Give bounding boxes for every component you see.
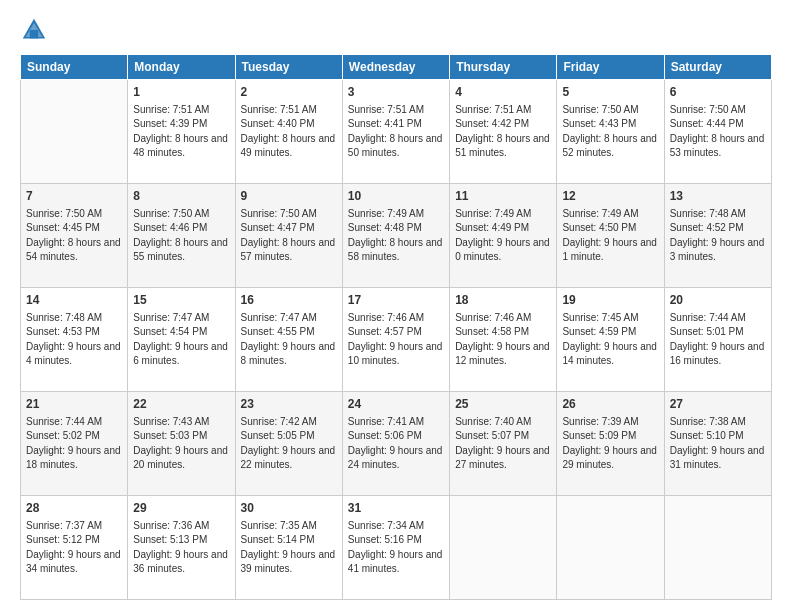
day-info: Sunrise: 7:46 AMSunset: 4:58 PMDaylight:… bbox=[455, 311, 551, 369]
calendar-cell: 7Sunrise: 7:50 AMSunset: 4:45 PMDaylight… bbox=[21, 184, 128, 288]
day-number: 17 bbox=[348, 292, 444, 309]
day-number: 29 bbox=[133, 500, 229, 517]
calendar-header-row: SundayMondayTuesdayWednesdayThursdayFrid… bbox=[21, 55, 772, 80]
day-info: Sunrise: 7:49 AMSunset: 4:48 PMDaylight:… bbox=[348, 207, 444, 265]
day-number: 19 bbox=[562, 292, 658, 309]
day-info: Sunrise: 7:49 AMSunset: 4:49 PMDaylight:… bbox=[455, 207, 551, 265]
day-info: Sunrise: 7:48 AMSunset: 4:53 PMDaylight:… bbox=[26, 311, 122, 369]
day-header-friday: Friday bbox=[557, 55, 664, 80]
calendar-cell: 18Sunrise: 7:46 AMSunset: 4:58 PMDayligh… bbox=[450, 288, 557, 392]
calendar-week-4: 21Sunrise: 7:44 AMSunset: 5:02 PMDayligh… bbox=[21, 392, 772, 496]
calendar-cell: 23Sunrise: 7:42 AMSunset: 5:05 PMDayligh… bbox=[235, 392, 342, 496]
day-number: 18 bbox=[455, 292, 551, 309]
day-info: Sunrise: 7:50 AMSunset: 4:44 PMDaylight:… bbox=[670, 103, 766, 161]
day-info: Sunrise: 7:50 AMSunset: 4:45 PMDaylight:… bbox=[26, 207, 122, 265]
day-number: 5 bbox=[562, 84, 658, 101]
day-number: 27 bbox=[670, 396, 766, 413]
day-info: Sunrise: 7:41 AMSunset: 5:06 PMDaylight:… bbox=[348, 415, 444, 473]
calendar-cell bbox=[21, 80, 128, 184]
calendar-cell: 19Sunrise: 7:45 AMSunset: 4:59 PMDayligh… bbox=[557, 288, 664, 392]
calendar-cell: 31Sunrise: 7:34 AMSunset: 5:16 PMDayligh… bbox=[342, 496, 449, 600]
calendar-cell: 2Sunrise: 7:51 AMSunset: 4:40 PMDaylight… bbox=[235, 80, 342, 184]
day-number: 10 bbox=[348, 188, 444, 205]
calendar-week-5: 28Sunrise: 7:37 AMSunset: 5:12 PMDayligh… bbox=[21, 496, 772, 600]
day-info: Sunrise: 7:35 AMSunset: 5:14 PMDaylight:… bbox=[241, 519, 337, 577]
day-info: Sunrise: 7:47 AMSunset: 4:54 PMDaylight:… bbox=[133, 311, 229, 369]
calendar-cell: 24Sunrise: 7:41 AMSunset: 5:06 PMDayligh… bbox=[342, 392, 449, 496]
calendar-week-3: 14Sunrise: 7:48 AMSunset: 4:53 PMDayligh… bbox=[21, 288, 772, 392]
calendar-cell: 5Sunrise: 7:50 AMSunset: 4:43 PMDaylight… bbox=[557, 80, 664, 184]
day-info: Sunrise: 7:51 AMSunset: 4:41 PMDaylight:… bbox=[348, 103, 444, 161]
calendar-cell: 1Sunrise: 7:51 AMSunset: 4:39 PMDaylight… bbox=[128, 80, 235, 184]
calendar-table: SundayMondayTuesdayWednesdayThursdayFrid… bbox=[20, 54, 772, 600]
day-info: Sunrise: 7:50 AMSunset: 4:46 PMDaylight:… bbox=[133, 207, 229, 265]
calendar-cell: 28Sunrise: 7:37 AMSunset: 5:12 PMDayligh… bbox=[21, 496, 128, 600]
header bbox=[20, 16, 772, 44]
logo-icon bbox=[20, 16, 48, 44]
day-number: 31 bbox=[348, 500, 444, 517]
day-number: 1 bbox=[133, 84, 229, 101]
day-info: Sunrise: 7:44 AMSunset: 5:01 PMDaylight:… bbox=[670, 311, 766, 369]
day-number: 21 bbox=[26, 396, 122, 413]
day-header-thursday: Thursday bbox=[450, 55, 557, 80]
day-info: Sunrise: 7:50 AMSunset: 4:47 PMDaylight:… bbox=[241, 207, 337, 265]
calendar-cell: 21Sunrise: 7:44 AMSunset: 5:02 PMDayligh… bbox=[21, 392, 128, 496]
day-info: Sunrise: 7:45 AMSunset: 4:59 PMDaylight:… bbox=[562, 311, 658, 369]
day-info: Sunrise: 7:44 AMSunset: 5:02 PMDaylight:… bbox=[26, 415, 122, 473]
logo bbox=[20, 16, 54, 44]
calendar-cell: 10Sunrise: 7:49 AMSunset: 4:48 PMDayligh… bbox=[342, 184, 449, 288]
calendar-cell: 13Sunrise: 7:48 AMSunset: 4:52 PMDayligh… bbox=[664, 184, 771, 288]
day-info: Sunrise: 7:42 AMSunset: 5:05 PMDaylight:… bbox=[241, 415, 337, 473]
day-header-saturday: Saturday bbox=[664, 55, 771, 80]
day-number: 23 bbox=[241, 396, 337, 413]
calendar-cell: 14Sunrise: 7:48 AMSunset: 4:53 PMDayligh… bbox=[21, 288, 128, 392]
calendar-cell: 22Sunrise: 7:43 AMSunset: 5:03 PMDayligh… bbox=[128, 392, 235, 496]
calendar-cell: 20Sunrise: 7:44 AMSunset: 5:01 PMDayligh… bbox=[664, 288, 771, 392]
day-number: 20 bbox=[670, 292, 766, 309]
day-header-sunday: Sunday bbox=[21, 55, 128, 80]
day-info: Sunrise: 7:39 AMSunset: 5:09 PMDaylight:… bbox=[562, 415, 658, 473]
day-info: Sunrise: 7:36 AMSunset: 5:13 PMDaylight:… bbox=[133, 519, 229, 577]
calendar-cell: 12Sunrise: 7:49 AMSunset: 4:50 PMDayligh… bbox=[557, 184, 664, 288]
day-number: 12 bbox=[562, 188, 658, 205]
day-info: Sunrise: 7:38 AMSunset: 5:10 PMDaylight:… bbox=[670, 415, 766, 473]
day-number: 3 bbox=[348, 84, 444, 101]
day-number: 11 bbox=[455, 188, 551, 205]
day-number: 25 bbox=[455, 396, 551, 413]
day-info: Sunrise: 7:46 AMSunset: 4:57 PMDaylight:… bbox=[348, 311, 444, 369]
day-number: 7 bbox=[26, 188, 122, 205]
day-number: 4 bbox=[455, 84, 551, 101]
day-number: 22 bbox=[133, 396, 229, 413]
calendar-cell: 3Sunrise: 7:51 AMSunset: 4:41 PMDaylight… bbox=[342, 80, 449, 184]
day-header-wednesday: Wednesday bbox=[342, 55, 449, 80]
day-number: 28 bbox=[26, 500, 122, 517]
calendar-cell: 11Sunrise: 7:49 AMSunset: 4:49 PMDayligh… bbox=[450, 184, 557, 288]
day-info: Sunrise: 7:51 AMSunset: 4:40 PMDaylight:… bbox=[241, 103, 337, 161]
calendar-cell: 30Sunrise: 7:35 AMSunset: 5:14 PMDayligh… bbox=[235, 496, 342, 600]
calendar-week-2: 7Sunrise: 7:50 AMSunset: 4:45 PMDaylight… bbox=[21, 184, 772, 288]
day-number: 24 bbox=[348, 396, 444, 413]
day-info: Sunrise: 7:51 AMSunset: 4:42 PMDaylight:… bbox=[455, 103, 551, 161]
page: SundayMondayTuesdayWednesdayThursdayFrid… bbox=[0, 0, 792, 612]
calendar-cell: 6Sunrise: 7:50 AMSunset: 4:44 PMDaylight… bbox=[664, 80, 771, 184]
day-info: Sunrise: 7:48 AMSunset: 4:52 PMDaylight:… bbox=[670, 207, 766, 265]
day-number: 26 bbox=[562, 396, 658, 413]
day-info: Sunrise: 7:51 AMSunset: 4:39 PMDaylight:… bbox=[133, 103, 229, 161]
calendar-cell: 29Sunrise: 7:36 AMSunset: 5:13 PMDayligh… bbox=[128, 496, 235, 600]
day-info: Sunrise: 7:43 AMSunset: 5:03 PMDaylight:… bbox=[133, 415, 229, 473]
day-number: 6 bbox=[670, 84, 766, 101]
calendar-cell bbox=[664, 496, 771, 600]
day-number: 15 bbox=[133, 292, 229, 309]
calendar-cell bbox=[450, 496, 557, 600]
day-number: 8 bbox=[133, 188, 229, 205]
day-info: Sunrise: 7:47 AMSunset: 4:55 PMDaylight:… bbox=[241, 311, 337, 369]
calendar-cell: 8Sunrise: 7:50 AMSunset: 4:46 PMDaylight… bbox=[128, 184, 235, 288]
day-info: Sunrise: 7:49 AMSunset: 4:50 PMDaylight:… bbox=[562, 207, 658, 265]
day-info: Sunrise: 7:34 AMSunset: 5:16 PMDaylight:… bbox=[348, 519, 444, 577]
day-info: Sunrise: 7:40 AMSunset: 5:07 PMDaylight:… bbox=[455, 415, 551, 473]
day-number: 30 bbox=[241, 500, 337, 517]
day-header-tuesday: Tuesday bbox=[235, 55, 342, 80]
calendar-cell bbox=[557, 496, 664, 600]
day-number: 9 bbox=[241, 188, 337, 205]
day-header-monday: Monday bbox=[128, 55, 235, 80]
